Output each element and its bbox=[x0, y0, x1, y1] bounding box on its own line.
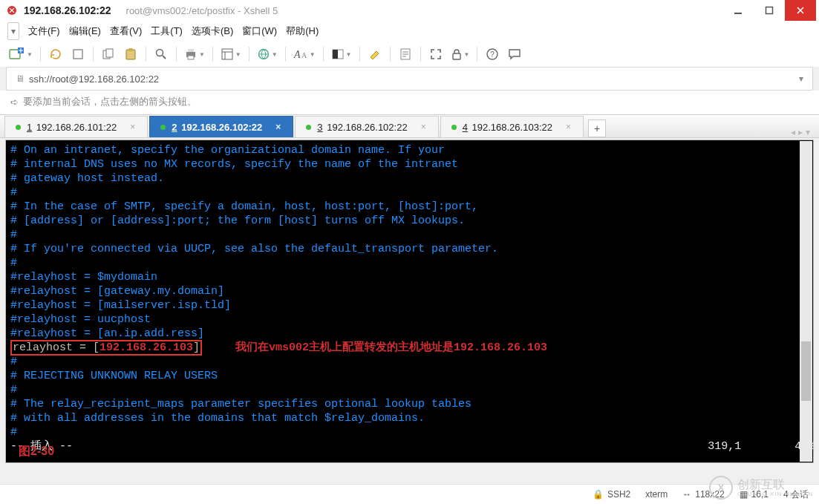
relayhost-highlight: relayhost = [192.168.26.103] bbox=[10, 340, 202, 356]
add-tab-button[interactable]: + bbox=[588, 120, 606, 137]
session-tab-1[interactable]: 1 192.168.26.101:22 × bbox=[4, 116, 148, 137]
window-title-path: root@vms002:/etc/postfix - Xshell 5 bbox=[126, 5, 278, 16]
svg-rect-14 bbox=[222, 49, 232, 59]
menu-window[interactable]: 窗口(W) bbox=[239, 22, 280, 40]
size-icon: ↔ bbox=[682, 489, 691, 500]
svg-rect-9 bbox=[128, 48, 133, 51]
menu-view[interactable]: 查看(V) bbox=[107, 22, 145, 40]
address-history-icon[interactable]: ▾ bbox=[796, 73, 806, 84]
svg-rect-5 bbox=[74, 50, 82, 59]
maximize-button[interactable] bbox=[754, 0, 785, 21]
menu-file[interactable]: 文件(F) bbox=[25, 22, 63, 40]
new-session-button[interactable]: ▼ bbox=[7, 46, 34, 62]
properties-button[interactable]: ▼ bbox=[219, 46, 243, 62]
minimize-button[interactable] bbox=[722, 0, 754, 21]
svg-rect-1 bbox=[734, 13, 742, 14]
app-icon bbox=[6, 4, 18, 16]
lock-icon: 🔒 bbox=[593, 489, 604, 500]
hint-arrow-icon[interactable]: ➪ bbox=[10, 96, 19, 108]
status-protocol: SSH2 bbox=[607, 489, 630, 500]
lock-button[interactable]: ▼ bbox=[449, 46, 472, 62]
menu-help[interactable]: 帮助(H) bbox=[283, 22, 322, 40]
reconnect-button[interactable] bbox=[47, 46, 65, 62]
svg-text:A: A bbox=[301, 51, 307, 59]
encoding-button[interactable]: ▼ bbox=[255, 46, 279, 62]
menu-tools[interactable]: 工具(T) bbox=[148, 22, 186, 40]
menu-dropdown-icon[interactable]: ▾ bbox=[7, 22, 19, 40]
print-button[interactable]: ▼ bbox=[183, 46, 206, 62]
svg-rect-21 bbox=[453, 53, 460, 59]
copy-button[interactable] bbox=[99, 46, 117, 62]
svg-text:?: ? bbox=[491, 50, 495, 59]
svg-rect-2 bbox=[766, 7, 773, 14]
font-button[interactable]: AA ▼ bbox=[292, 46, 317, 62]
session-tab-3[interactable]: 3 192.168.26.102:22 × bbox=[295, 116, 438, 137]
hint-text: 要添加当前会话，点击左侧的箭头按钮。 bbox=[23, 95, 197, 108]
close-button[interactable] bbox=[785, 0, 816, 21]
status-term-type: xterm bbox=[645, 489, 668, 500]
status-dot-icon bbox=[160, 125, 166, 130]
status-sessions: 4 会话 bbox=[783, 488, 809, 501]
help-button[interactable]: ? bbox=[483, 46, 501, 62]
tab-scroll-left-icon[interactable]: ◂ bbox=[791, 127, 795, 137]
disconnect-button[interactable] bbox=[69, 46, 87, 62]
tab-close-icon[interactable]: × bbox=[566, 122, 571, 132]
url-scheme-icon: 🖥 bbox=[16, 73, 25, 84]
status-size: 118x22 bbox=[695, 489, 724, 500]
tab-close-icon[interactable]: × bbox=[130, 122, 135, 132]
script-button[interactable] bbox=[397, 46, 414, 62]
svg-rect-13 bbox=[188, 56, 194, 59]
status-bar: 🔒SSH2 xterm ↔118x22 ▦16,1 4 会话 bbox=[0, 484, 819, 504]
address-url: ssh://root@192.168.26.102:22 bbox=[29, 73, 796, 85]
grid-icon: ▦ bbox=[740, 489, 748, 500]
session-tab-2[interactable]: 2 192.168.26.102:22 × bbox=[149, 116, 293, 137]
find-button[interactable] bbox=[152, 46, 170, 62]
highlight-button[interactable] bbox=[366, 46, 384, 62]
address-bar[interactable]: 🖥 ssh://root@192.168.26.102:22 ▾ bbox=[6, 67, 813, 91]
annotation-text: 我们在vms002主机上配置转发的主机地址是192.168.26.103 bbox=[235, 341, 547, 354]
svg-text:A: A bbox=[293, 49, 301, 60]
feedback-button[interactable] bbox=[506, 46, 523, 62]
tab-close-icon[interactable]: × bbox=[275, 122, 281, 132]
tab-scroll-right-icon[interactable]: ▸ bbox=[798, 127, 803, 137]
status-dot-icon bbox=[306, 125, 311, 130]
svg-point-10 bbox=[156, 50, 163, 56]
paste-button[interactable] bbox=[122, 46, 140, 62]
session-tab-4[interactable]: 4 192.168.26.103:22 × bbox=[440, 116, 584, 137]
svg-rect-19 bbox=[333, 50, 338, 59]
menu-edit[interactable]: 编辑(E) bbox=[66, 22, 104, 40]
terminal-scrollbar[interactable] bbox=[800, 141, 812, 462]
svg-rect-7 bbox=[106, 49, 113, 57]
svg-rect-12 bbox=[188, 49, 194, 52]
window-address: 192.168.26.102:22 bbox=[24, 4, 111, 16]
fullscreen-button[interactable] bbox=[427, 46, 445, 62]
status-dot-icon bbox=[16, 125, 21, 130]
color-scheme-button[interactable]: ▼ bbox=[330, 46, 353, 62]
tab-list-icon[interactable]: ▾ bbox=[806, 127, 810, 137]
menu-tabs[interactable]: 选项卡(B) bbox=[189, 22, 236, 40]
terminal-output[interactable]: # On an intranet, specify the organizati… bbox=[6, 140, 813, 455]
vim-position: 319,1 bbox=[708, 440, 741, 453]
tab-close-icon[interactable]: × bbox=[421, 122, 426, 132]
status-cursor: 16,1 bbox=[751, 489, 769, 500]
status-dot-icon bbox=[451, 125, 457, 130]
figure-caption: 图2-30 bbox=[19, 444, 54, 459]
